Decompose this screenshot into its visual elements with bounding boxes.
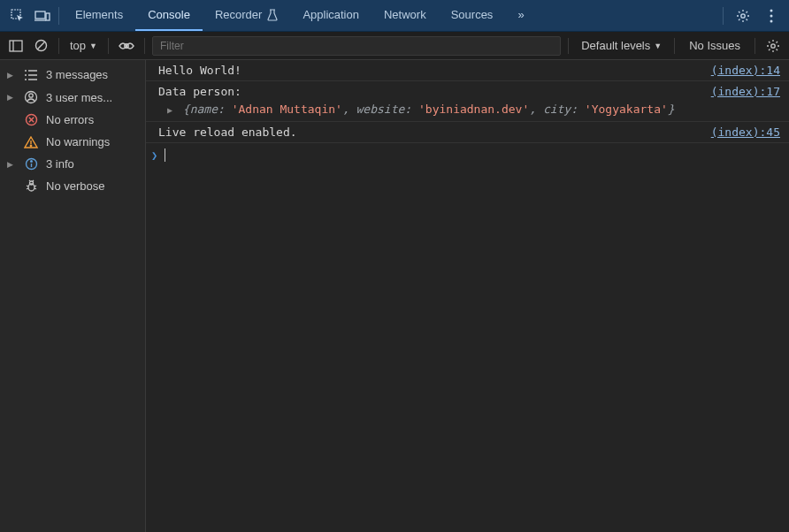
- divider: [58, 38, 59, 54]
- sidebar-item-label: 3 messages: [46, 68, 108, 81]
- divider: [58, 7, 59, 25]
- topbar-right: [719, 4, 784, 28]
- console-sidebar: ▶ 3 messages ▶ 3 user mes... ▶ No errors…: [0, 60, 146, 532]
- filter-input[interactable]: [152, 36, 561, 56]
- sidebar-item-messages[interactable]: ▶ 3 messages: [0, 64, 145, 86]
- tab-application[interactable]: Application: [290, 0, 372, 31]
- svg-point-6: [770, 14, 773, 17]
- tab-network[interactable]: Network: [372, 0, 439, 31]
- tab-elements[interactable]: Elements: [63, 0, 135, 31]
- tab-more[interactable]: »: [505, 0, 536, 31]
- context-label: top: [70, 39, 86, 52]
- device-toolbar-icon[interactable]: [30, 4, 55, 28]
- main-area: ▶ 3 messages ▶ 3 user mes... ▶ No errors…: [0, 60, 789, 532]
- object-key: website: [356, 103, 405, 116]
- panel-tabs: Elements Console Recorder Application Ne…: [63, 0, 537, 31]
- sidebar-item-label: No warnings: [46, 135, 110, 148]
- divider: [568, 38, 569, 54]
- toggle-sidebar-icon[interactable]: [5, 35, 27, 57]
- console-output: Hello World! (index):14 Data person: (in…: [146, 60, 789, 532]
- sidebar-item-warnings[interactable]: ▶ No warnings: [0, 131, 145, 153]
- settings-gear-icon[interactable]: [731, 4, 755, 28]
- svg-line-11: [37, 42, 44, 49]
- tab-console[interactable]: Console: [135, 0, 203, 31]
- inspect-element-icon[interactable]: [5, 4, 30, 28]
- svg-line-34: [27, 188, 28, 189]
- console-message: Data person: (index):17: [146, 81, 789, 99]
- svg-rect-3: [46, 13, 50, 20]
- chevron-right-icon: ▶: [7, 160, 16, 169]
- levels-label: Default levels: [581, 39, 650, 52]
- chevron-right-icon: ▶: [7, 93, 16, 102]
- console-message: Hello World! (index):14: [146, 60, 789, 81]
- flask-icon: [267, 9, 278, 21]
- message-source-link[interactable]: (index):14: [711, 64, 780, 77]
- expand-object-icon[interactable]: ▶: [167, 105, 172, 115]
- devtools-topbar: Elements Console Recorder Application Ne…: [0, 0, 789, 32]
- divider: [108, 38, 109, 54]
- object-value: 'Yogyakarta': [585, 103, 668, 116]
- error-icon: [23, 113, 39, 126]
- tab-sources[interactable]: Sources: [439, 0, 506, 31]
- chevron-down-icon: ▼: [654, 42, 662, 50]
- divider: [144, 38, 145, 54]
- svg-point-7: [770, 19, 773, 22]
- svg-line-32: [27, 186, 28, 186]
- divider: [755, 38, 755, 54]
- console-message: Live reload enabled. (index):45: [146, 122, 789, 143]
- svg-rect-8: [10, 41, 22, 51]
- svg-point-29: [30, 161, 32, 163]
- log-levels-selector[interactable]: Default levels ▼: [576, 39, 667, 52]
- console-prompt[interactable]: ❯: [146, 143, 789, 167]
- clear-console-icon[interactable]: [30, 35, 51, 57]
- chevron-right-icon: ▶: [7, 71, 16, 80]
- sidebar-item-label: No errors: [46, 113, 94, 126]
- svg-rect-1: [35, 11, 45, 19]
- execution-context-selector[interactable]: top ▼: [66, 39, 101, 52]
- chevron-down-icon: ▼: [89, 42, 97, 50]
- console-settings-gear-icon[interactable]: [762, 35, 784, 57]
- sidebar-item-label: No verbose: [46, 179, 104, 193]
- svg-line-33: [34, 186, 36, 186]
- svg-line-37: [33, 180, 34, 181]
- sidebar-item-verbose[interactable]: ▶ No verbose: [0, 175, 145, 197]
- tab-recorder[interactable]: Recorder: [203, 0, 290, 31]
- svg-line-35: [34, 188, 36, 189]
- svg-point-21: [29, 94, 33, 97]
- svg-point-4: [741, 13, 745, 17]
- tab-recorder-label: Recorder: [215, 8, 262, 21]
- warning-icon: [23, 136, 39, 148]
- message-text: Hello World!: [158, 64, 702, 77]
- console-toolbar: top ▼ Default levels ▼ No Issues: [0, 32, 789, 60]
- issues-counter[interactable]: No Issues: [682, 39, 747, 52]
- svg-point-13: [771, 43, 775, 47]
- svg-point-26: [30, 145, 31, 146]
- user-icon: [23, 90, 39, 104]
- svg-point-31: [29, 181, 33, 185]
- svg-line-36: [29, 180, 30, 181]
- sidebar-item-errors[interactable]: ▶ No errors: [0, 109, 145, 131]
- brace: {: [183, 103, 190, 116]
- kebab-menu-icon[interactable]: [759, 4, 784, 28]
- sidebar-item-info[interactable]: ▶ 3 info: [0, 153, 145, 175]
- object-value: 'Adnan Muttaqin': [232, 103, 342, 116]
- message-text: Data person:: [158, 85, 702, 98]
- bug-icon: [23, 179, 39, 193]
- message-source-link[interactable]: (index):17: [711, 85, 780, 98]
- sidebar-item-user-messages[interactable]: ▶ 3 user mes...: [0, 86, 145, 109]
- message-text: Live reload enabled.: [158, 125, 702, 139]
- divider: [674, 38, 675, 54]
- svg-point-5: [770, 9, 773, 11]
- object-key: name: [190, 103, 218, 116]
- live-expression-icon[interactable]: [116, 35, 137, 57]
- divider: [723, 7, 724, 25]
- message-source-link[interactable]: (index):45: [711, 125, 780, 139]
- list-icon: [23, 69, 39, 81]
- prompt-chevron-icon: ❯: [151, 149, 157, 162]
- sidebar-item-label: 3 user mes...: [46, 91, 112, 104]
- brace: }: [668, 103, 675, 116]
- object-value: 'byiniadnan.dev': [418, 103, 529, 116]
- object-key: city: [543, 103, 571, 116]
- console-object-preview[interactable]: ▶ {name: 'Adnan Muttaqin', website: 'byi…: [146, 99, 789, 122]
- info-icon: [23, 157, 39, 171]
